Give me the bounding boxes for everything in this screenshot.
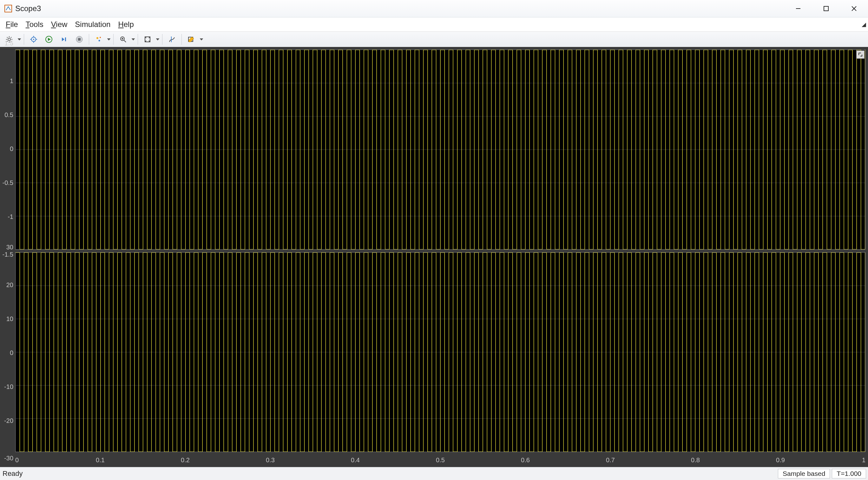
annotate-dropdown[interactable] <box>199 38 204 40</box>
app-icon <box>4 5 12 12</box>
stop-button[interactable] <box>72 33 87 45</box>
y-tick-label: 1.5 <box>4 40 13 47</box>
menu-help[interactable]: Help <box>114 19 137 30</box>
plot-row-1: -1.5-1-0.500.511.5 <box>0 47 868 251</box>
menu-overflow-icon[interactable]: ◢ <box>862 21 866 28</box>
y-tick-label: -20 <box>4 417 13 424</box>
zoom-icon <box>119 35 127 43</box>
x-tick-label: 0.8 <box>691 456 700 464</box>
window-title: Scope3 <box>15 4 41 13</box>
toolbar-separator <box>89 34 89 45</box>
maximize-button[interactable] <box>812 0 840 17</box>
stop-icon <box>75 35 83 43</box>
toolbar-separator <box>138 34 138 45</box>
x-axis: 00.10.20.30.40.50.60.70.80.91 <box>15 455 865 467</box>
zoom-dropdown[interactable] <box>131 38 135 40</box>
x-tick-label: 0.6 <box>521 456 530 464</box>
menu-tools[interactable]: Tools <box>22 19 47 30</box>
y-tick-label: 20 <box>6 281 13 288</box>
svg-rect-21 <box>65 37 66 41</box>
y-tick-label: 0 <box>10 349 13 356</box>
y-tick-label: 0 <box>10 145 13 153</box>
run-button[interactable] <box>41 33 56 45</box>
svg-point-25 <box>100 37 101 38</box>
y-tick-label: 1 <box>10 77 13 85</box>
plot-row-2: -30-20-100102030 <box>0 251 868 455</box>
annotate-icon <box>187 35 195 43</box>
menu-simulation[interactable]: Simulation <box>71 19 114 30</box>
x-tick-label: 0 <box>15 456 19 464</box>
y-tick-label: -30 <box>4 455 13 462</box>
svg-line-28 <box>124 40 126 42</box>
step-forward-button[interactable] <box>57 33 71 45</box>
chart-1[interactable] <box>15 50 865 250</box>
chart-2[interactable] <box>15 252 865 452</box>
menu-bar: File Tools View Simulation Help ◢ <box>0 18 868 32</box>
x-tick-label: 0.4 <box>351 456 360 464</box>
svg-rect-2 <box>824 6 828 11</box>
toolbar-separator <box>24 34 24 45</box>
x-tick-label: 0.5 <box>436 456 445 464</box>
x-tick-label: 0.3 <box>266 456 275 464</box>
svg-point-26 <box>99 40 100 41</box>
highlight-dropdown[interactable] <box>106 38 111 40</box>
menu-file[interactable]: File <box>2 19 22 30</box>
svg-line-13 <box>11 37 11 38</box>
toolbar-separator <box>113 34 114 45</box>
x-tick-label: 0.1 <box>96 456 105 464</box>
svg-line-10 <box>7 37 8 38</box>
cursor-measure-icon <box>168 35 176 43</box>
svg-rect-23 <box>78 38 81 41</box>
menu-view[interactable]: View <box>47 19 71 30</box>
expand-plot-icon[interactable] <box>856 51 865 59</box>
highlight-button[interactable] <box>91 33 106 45</box>
plot-area: -1.5-1-0.500.511.5 -30-20-100102030 00.1… <box>0 47 868 467</box>
y-axis-1: -1.5-1-0.500.511.5 <box>0 47 15 251</box>
settings-dropdown[interactable] <box>17 38 22 40</box>
annotate-button[interactable] <box>184 33 198 45</box>
title-bar: Scope3 <box>0 0 868 18</box>
autoscale-dropdown[interactable] <box>155 38 160 40</box>
signal-canvas-1 <box>16 50 865 249</box>
x-tick-label: 0.2 <box>181 456 190 464</box>
y-tick-label: 10 <box>6 315 13 322</box>
play-icon <box>45 35 53 43</box>
x-tick-label: 0.7 <box>606 456 615 464</box>
find-signal-button[interactable] <box>26 33 41 45</box>
status-ready: Ready <box>0 470 23 478</box>
zoom-button[interactable] <box>116 33 130 45</box>
window-buttons <box>784 0 868 17</box>
spark-icon <box>95 35 102 43</box>
y-tick-label: 30 <box>6 244 13 251</box>
status-bar: Ready Sample based T=1.000 <box>0 467 868 480</box>
status-time: T=1.000 <box>832 469 866 478</box>
close-button[interactable] <box>840 0 868 17</box>
signal-canvas-2 <box>16 253 865 452</box>
autoscale-button[interactable] <box>140 33 155 45</box>
x-tick-label: 0.9 <box>776 456 785 464</box>
y-tick-label: 0.5 <box>4 111 13 119</box>
y-tick-label: -10 <box>4 383 13 390</box>
svg-point-15 <box>33 39 34 40</box>
x-tick-label: 1 <box>862 456 865 464</box>
y-tick-label: -1 <box>8 213 13 221</box>
minimize-button[interactable] <box>784 0 812 17</box>
toolbar <box>0 32 868 47</box>
autoscale-icon <box>144 35 151 43</box>
toolbar-separator <box>162 34 162 45</box>
target-icon <box>30 35 37 43</box>
svg-point-24 <box>96 37 98 39</box>
status-mode: Sample based <box>778 469 830 478</box>
cursor-measure-button[interactable] <box>165 33 179 45</box>
y-axis-2: -30-20-100102030 <box>0 251 15 455</box>
step-forward-icon <box>60 35 68 43</box>
y-tick-label: -0.5 <box>3 179 13 187</box>
